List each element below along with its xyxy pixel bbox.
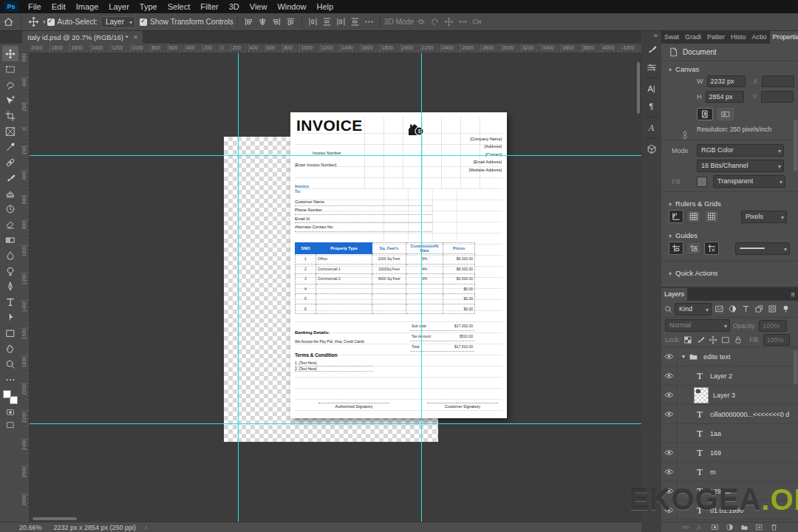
tool-button[interactable] bbox=[2, 108, 18, 123]
layer-name[interactable]: cilla0000000...<<<<<<<0 d bbox=[710, 411, 789, 418]
landscape-orientation-button[interactable] bbox=[717, 108, 734, 120]
layer-visibility-toggle[interactable] bbox=[661, 501, 678, 519]
menu-item[interactable]: Edit bbox=[47, 0, 71, 13]
layer-visibility-toggle[interactable] bbox=[661, 405, 678, 423]
link-dimensions-icon[interactable] bbox=[681, 127, 689, 143]
brush-settings-icon[interactable] bbox=[642, 41, 661, 58]
tool-button[interactable] bbox=[2, 61, 18, 77]
panel-tab[interactable]: Actio bbox=[749, 31, 770, 44]
tool-preset-caret-icon[interactable]: ▾ bbox=[43, 19, 46, 25]
filter-type-layers-icon[interactable] bbox=[740, 304, 751, 314]
menu-item[interactable]: Window bbox=[272, 0, 311, 13]
layers-scrollbar[interactable] bbox=[794, 350, 797, 384]
layer-row[interactable]: T 1aa bbox=[661, 424, 798, 443]
layer-name[interactable]: Layer 2 bbox=[710, 372, 732, 380]
home-icon[interactable] bbox=[3, 16, 14, 27]
tool-button[interactable] bbox=[2, 310, 18, 325]
layer-row[interactable]: T m bbox=[661, 463, 798, 482]
rulers-grids-section-header[interactable]: ▾Rulers & Grids bbox=[661, 196, 798, 210]
layers-tab[interactable]: Layers bbox=[661, 288, 687, 301]
tool-button[interactable] bbox=[2, 216, 18, 232]
zoom-level-field[interactable]: 20.66% bbox=[19, 524, 42, 531]
pixel-grid-toggle-icon[interactable] bbox=[704, 210, 719, 223]
layer-visibility-toggle[interactable] bbox=[661, 424, 678, 443]
new-layer-icon[interactable] bbox=[755, 523, 763, 531]
menu-item[interactable]: View bbox=[245, 0, 273, 13]
filter-adjustment-layers-icon[interactable] bbox=[727, 304, 738, 314]
tool-button[interactable] bbox=[2, 123, 18, 139]
layer-visibility-toggle[interactable] bbox=[661, 366, 678, 385]
panel-tab[interactable]: Gradi bbox=[682, 31, 704, 44]
canvas-area[interactable]: INVOICE $ [Company Name][Address][Contac… bbox=[30, 53, 641, 522]
layer-row[interactable]: Layer 3 bbox=[661, 386, 798, 405]
menu-item[interactable]: Type bbox=[134, 0, 163, 13]
canvas-section-header[interactable]: ▾Canvas bbox=[661, 61, 798, 75]
align-center-icon[interactable] bbox=[258, 17, 267, 27]
filter-shape-layers-icon[interactable] bbox=[754, 304, 765, 314]
add-mask-icon[interactable] bbox=[711, 523, 719, 531]
layer-visibility-toggle[interactable] bbox=[661, 443, 678, 462]
menu-item[interactable]: File bbox=[23, 0, 47, 13]
brushes-panel-icon[interactable] bbox=[642, 58, 661, 76]
canvas-vertical-scrollbar[interactable] bbox=[637, 62, 640, 114]
layer-visibility-toggle[interactable] bbox=[661, 463, 678, 481]
status-options-caret-icon[interactable]: › bbox=[145, 524, 147, 531]
lock-transparent-icon[interactable] bbox=[683, 335, 692, 344]
rulers-toggle-icon[interactable] bbox=[669, 210, 683, 223]
tool-button[interactable] bbox=[2, 341, 18, 356]
layer-name[interactable]: 01.01.1990 bbox=[710, 507, 743, 514]
auto-select-dropdown[interactable]: Layer bbox=[100, 16, 135, 28]
tool-button[interactable] bbox=[2, 170, 18, 185]
align-top-icon[interactable] bbox=[286, 17, 296, 27]
align-options-ellipsis-icon[interactable] bbox=[364, 17, 374, 27]
tool-button[interactable] bbox=[2, 46, 18, 61]
lock-artboard-icon[interactable] bbox=[721, 335, 730, 344]
layer-row[interactable]: T 01.01.1990 bbox=[661, 501, 798, 520]
group-expand-caret-icon[interactable]: ▾ bbox=[682, 353, 685, 360]
guide-horizontal-2[interactable] bbox=[30, 423, 641, 424]
filter-switch-icon[interactable] bbox=[780, 304, 791, 314]
link-layers-icon[interactable] bbox=[681, 523, 689, 531]
tool-button[interactable] bbox=[2, 154, 18, 170]
tool-button[interactable] bbox=[2, 325, 18, 341]
layer-row[interactable]: T 169 bbox=[661, 443, 798, 463]
fill-dropdown[interactable]: Transparent bbox=[713, 175, 785, 188]
layer-row[interactable]: T cilla0000000...<<<<<<<0 d bbox=[661, 405, 798, 424]
units-dropdown[interactable]: Pixels bbox=[741, 211, 787, 223]
tool-button[interactable] bbox=[2, 77, 18, 92]
tool-button[interactable] bbox=[2, 263, 18, 279]
distribute-horizontal-icon[interactable] bbox=[308, 17, 318, 27]
lock-pixels-icon[interactable] bbox=[696, 335, 705, 344]
tool-button[interactable] bbox=[2, 279, 18, 294]
document-tab[interactable]: Italy id.psd @ 20.7% (RGB/16) * × bbox=[22, 31, 143, 44]
paragraph-panel-icon[interactable]: ¶ bbox=[642, 98, 661, 115]
layer-name[interactable]: 169 bbox=[710, 449, 721, 457]
tool-button[interactable] bbox=[2, 139, 18, 154]
properties-scrollbar[interactable] bbox=[794, 120, 797, 171]
layer-row[interactable]: T 129 aa bbox=[661, 482, 798, 501]
panel-tab[interactable]: Histo bbox=[728, 31, 749, 44]
panel-tab[interactable]: Properties bbox=[770, 31, 798, 44]
guide-style-dropdown[interactable] bbox=[735, 242, 790, 255]
tool-button[interactable] bbox=[2, 294, 18, 310]
quick-actions-section-header[interactable]: ▾Quick Actions bbox=[661, 265, 798, 279]
bit-depth-dropdown[interactable]: 16 Bits/Channel bbox=[697, 160, 784, 172]
menu-item[interactable]: Image bbox=[71, 0, 104, 13]
tool-button[interactable] bbox=[2, 92, 18, 108]
show-transform-checkbox[interactable] bbox=[140, 18, 147, 26]
lock-guides-icon[interactable] bbox=[686, 242, 701, 255]
filter-kind-dropdown[interactable]: Kind bbox=[675, 303, 712, 316]
quick-mask-icon[interactable] bbox=[5, 408, 16, 417]
filter-smart-objects-icon[interactable] bbox=[767, 304, 778, 314]
tab-close-icon[interactable]: × bbox=[133, 33, 137, 41]
layer-name[interactable]: 1aa bbox=[710, 430, 721, 437]
layer-row[interactable]: ▾ edite text bbox=[661, 347, 798, 366]
tool-button[interactable] bbox=[2, 372, 18, 387]
screen-mode-icon[interactable] bbox=[5, 420, 16, 429]
lock-position-icon[interactable] bbox=[709, 335, 717, 344]
fill-swatch[interactable] bbox=[697, 177, 707, 187]
distribute-vertical-icon[interactable] bbox=[322, 17, 332, 27]
layer-effects-icon[interactable]: fx bbox=[696, 523, 704, 531]
menu-item[interactable]: Help bbox=[312, 0, 339, 13]
layer-name[interactable]: 129 aa bbox=[710, 488, 731, 495]
